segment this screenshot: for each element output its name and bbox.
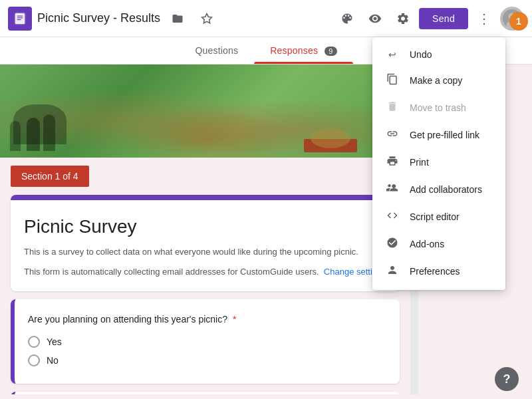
link-icon: [386, 128, 399, 142]
topbar: Picnic Survey - Results Send ⋮ 1: [0, 0, 532, 37]
menu-item-prefilled[interactable]: Get pre-filled link: [372, 121, 505, 148]
doc-title: Picnic Survey - Results: [37, 11, 160, 25]
dropdown-menu: ↩ Undo Make a copy Move to trash Get pre…: [372, 37, 505, 290]
send-button[interactable]: Send: [419, 8, 468, 29]
folder-icon-btn[interactable]: [166, 7, 190, 31]
survey-description: This is a survey to collect data on what…: [24, 245, 386, 259]
step-1-indicator: 1: [509, 12, 528, 31]
menu-item-print[interactable]: Print: [372, 148, 505, 176]
copy-icon: [386, 73, 399, 87]
svg-rect-2: [17, 17, 23, 18]
script-icon: [386, 209, 399, 223]
option-no[interactable]: No: [28, 354, 386, 366]
question-1-text: Are you planning on attending this year'…: [28, 313, 386, 327]
menu-item-copy[interactable]: Make a copy: [372, 66, 505, 94]
survey-title: Picnic Survey: [24, 216, 386, 237]
radio-yes[interactable]: [28, 336, 40, 348]
svg-rect-0: [15, 13, 25, 24]
topbar-left: Picnic Survey - Results: [8, 7, 335, 31]
addons-icon: [386, 237, 399, 251]
responses-badge: 9: [325, 47, 336, 56]
menu-item-script[interactable]: Script editor: [372, 203, 505, 230]
topbar-right: Send ⋮: [335, 7, 524, 31]
menu-item-collaborators[interactable]: Add collaborators: [372, 176, 505, 203]
tab-questions[interactable]: Questions: [179, 37, 254, 64]
option-yes[interactable]: Yes: [28, 336, 386, 348]
trash-icon: [386, 100, 399, 114]
star-icon-btn[interactable]: [195, 7, 219, 31]
menu-item-addons[interactable]: Add-ons: [372, 230, 505, 257]
svg-rect-3: [17, 19, 21, 19]
form-area: Section 1 of 4 Picnic Survey This is a s…: [0, 65, 410, 394]
menu-item-undo[interactable]: ↩ Undo: [372, 43, 505, 66]
settings-icon-btn[interactable]: [391, 7, 415, 31]
collaborators-icon: [386, 182, 399, 196]
tab-responses[interactable]: Responses 9: [254, 37, 352, 64]
radio-no[interactable]: [28, 354, 40, 366]
app-icon: [8, 7, 32, 31]
hero-image: [0, 65, 410, 158]
menu-item-trash: Move to trash: [372, 94, 505, 121]
section-banner: Section 1 of 4: [11, 166, 89, 187]
palette-icon-btn[interactable]: [335, 7, 359, 31]
menu-item-preferences[interactable]: Preferences: [372, 257, 505, 285]
required-star-1: *: [233, 314, 236, 325]
preferences-icon: [386, 264, 399, 278]
more-options-button[interactable]: ⋮: [472, 7, 496, 31]
undo-icon: ↩: [386, 49, 399, 60]
survey-info-card: Picnic Survey This is a survey to collec…: [11, 195, 400, 291]
question-2-card: Are you planning on bringing any guests …: [11, 392, 400, 394]
svg-marker-5: [202, 13, 212, 23]
question-1-card: Are you planning on attending this year'…: [11, 299, 400, 384]
svg-rect-1: [17, 15, 23, 16]
email-notice: This form is automatically collecting em…: [24, 265, 386, 279]
help-button[interactable]: ?: [495, 367, 519, 391]
eye-icon-btn[interactable]: [363, 7, 387, 31]
print-icon: [386, 155, 399, 169]
